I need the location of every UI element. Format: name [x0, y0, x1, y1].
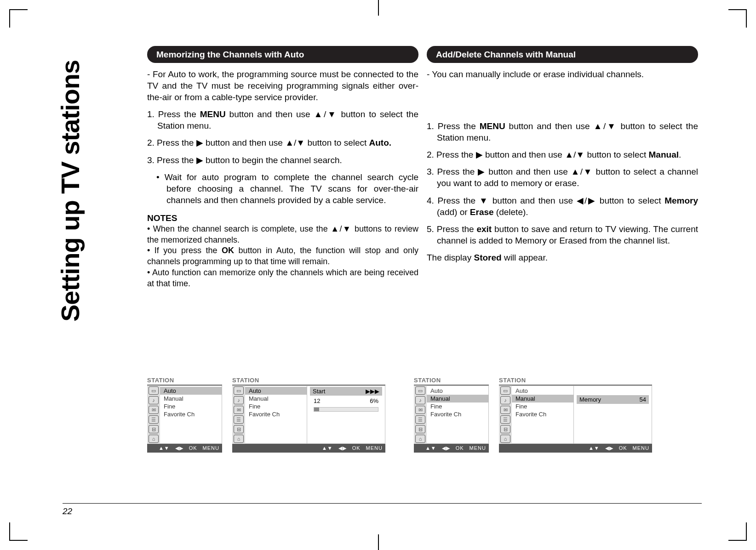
osd-item-favorite: Favorite Ch: [427, 410, 488, 418]
note-2: • If you press the OK button in Auto, th…: [147, 245, 418, 267]
lock-icon: ⌂: [500, 435, 510, 443]
up-icon: ▲: [285, 138, 294, 147]
down-icon: ▼: [583, 167, 593, 176]
text: 2. Press the: [147, 138, 196, 147]
osd-title: STATION: [147, 377, 222, 384]
right-icon: ▶: [196, 138, 203, 147]
text: • If you press the: [147, 246, 222, 255]
column-left: Memorizing the Channels with Auto - For …: [147, 46, 418, 289]
up-icon: ▲: [594, 121, 603, 131]
text: 5. Press the: [427, 224, 476, 234]
osd-right-panel: Start ▶▶▶ 12 6%: [307, 386, 385, 444]
section-heading-manual: Add/Delete Channels with Manual: [427, 46, 698, 63]
memory-bold: Memory: [664, 196, 698, 205]
text: 3. Press the: [147, 155, 196, 165]
text: • When the channel search is complete, u…: [147, 224, 331, 233]
osd-item-favorite: Favorite Ch: [160, 410, 222, 418]
osd-icon-strip: ▭ ♪ ✉ ☰ ⊟ ⌂: [414, 386, 427, 444]
crop-mark-br: [728, 522, 747, 541]
manual-bold: Manual: [649, 150, 679, 159]
text: button and then use: [505, 121, 594, 131]
osd-menu-list: Auto Manual Fine Favorite Ch: [427, 386, 489, 444]
manual-step-4: 4. Press the ▼ button and then use ◀/▶ b…: [437, 195, 698, 218]
auto-step-1: 1. Press the MENU button and then use ▲/…: [157, 108, 418, 131]
triple-right-icon: ▶▶▶: [366, 388, 379, 395]
menu-label: MENU: [203, 445, 219, 451]
page-number: 22: [63, 503, 702, 516]
up-icon: ▲: [571, 167, 580, 176]
osd-item-fine: Fine: [427, 403, 488, 410]
auto-bold: Auto.: [369, 138, 392, 147]
osd-progress-numbers: 12 6%: [310, 396, 382, 406]
auto-step-2: 2. Press the ▶ button and then use ▲/▼ b…: [157, 137, 418, 148]
lock-icon: ⌂: [149, 435, 159, 443]
updown-icon: ▲▼: [425, 445, 436, 451]
right-icon: ▶: [476, 150, 483, 159]
clock-icon: ✉: [500, 406, 510, 414]
ok-bold: OK: [222, 246, 234, 255]
updown-icon: ▲▼: [322, 445, 333, 451]
text: 3. Press the: [427, 167, 478, 176]
text: button to select: [584, 150, 648, 159]
auto-step-3: 3. Press the ▶ button to begin the chann…: [157, 154, 418, 166]
monitor-icon: ▭: [149, 386, 159, 395]
down-icon: ▼: [576, 150, 584, 159]
osd-title: STATION: [414, 377, 489, 384]
text: will appear.: [502, 253, 548, 262]
manual-step-5: 5. Press the exit button to save and ret…: [437, 223, 698, 246]
updown-icon: ▲▼: [159, 445, 170, 451]
page-side-title: Setting up TV stations: [55, 289, 340, 322]
speaker-icon: ♪: [149, 396, 159, 404]
text: button and then use: [486, 167, 571, 176]
left-icon: ◀: [577, 196, 584, 205]
osd-item-favorite: Favorite Ch: [245, 410, 307, 418]
osd-panel-2: STATION ▭ ♪ ✉ ☰ ⊟ ⌂ Auto Manual Fine Fav…: [232, 377, 385, 453]
osd-item-favorite: Favorite Ch: [512, 410, 573, 418]
speaker-icon: ♪: [415, 396, 425, 404]
osd-icon-strip: ▭ ♪ ✉ ☰ ⊟ ⌂: [147, 386, 160, 444]
down-icon: ▼: [606, 121, 617, 131]
progress-fill: [314, 408, 319, 411]
menu-bold: MENU: [200, 109, 226, 119]
auto-intro: - For Auto to work, the programming sour…: [147, 68, 418, 103]
leftright-icon: ◀▶: [442, 445, 450, 451]
crop-mark-tr: [728, 9, 747, 28]
osd-item-auto: Auto: [160, 387, 222, 395]
crop-mark-tl: [9, 9, 28, 28]
updown-icon: ▲▼: [589, 445, 600, 451]
up-icon: ▲: [314, 109, 324, 119]
clock-icon: ✉: [149, 406, 159, 414]
tool-icon: ☰: [149, 415, 159, 424]
progress-bar: [314, 407, 378, 412]
note-1: • When the channel search is complete, u…: [147, 224, 418, 246]
clock-icon: ✉: [234, 406, 244, 414]
osd-footer: ▲▼◀▶OKMENU: [232, 444, 385, 453]
crop-tick-top: [378, 0, 379, 16]
osd-item-manual: Manual: [427, 395, 488, 403]
card-icon: ⊟: [415, 425, 425, 433]
clock-icon: ✉: [415, 406, 425, 414]
osd-menu-list: Auto Manual Fine Favorite Ch: [512, 386, 574, 444]
menu-bold: MENU: [480, 121, 505, 131]
osd-footer: ▲▼◀▶OKMENU: [147, 444, 222, 453]
osd-start-row: Start ▶▶▶: [310, 387, 382, 396]
ok-label: OK: [352, 445, 361, 451]
ok-label: OK: [456, 445, 464, 451]
osd-menu-list: Auto Manual Fine Favorite Ch: [245, 386, 307, 444]
osd-footer: ▲▼◀▶OKMENU: [414, 444, 489, 453]
monitor-icon: ▭: [500, 386, 510, 395]
down-icon: ▼: [326, 109, 337, 119]
text: button and then use: [489, 196, 577, 205]
channel-number: 12: [314, 397, 320, 404]
manual-display-line: The display Stored will appear.: [427, 252, 698, 263]
text: button and then use: [226, 109, 314, 119]
osd-right-panel: Memory 54: [574, 386, 652, 444]
osd-title: STATION: [232, 377, 385, 384]
manual-intro: - You can manually include or erase indi…: [427, 68, 698, 80]
text: (add) or: [437, 207, 470, 217]
crop-tick-bottom: [378, 534, 379, 550]
start-label: Start: [313, 388, 325, 395]
crop-mark-bl: [9, 522, 28, 541]
menu-label: MENU: [366, 445, 383, 451]
erase-bold: Erase: [470, 207, 494, 217]
